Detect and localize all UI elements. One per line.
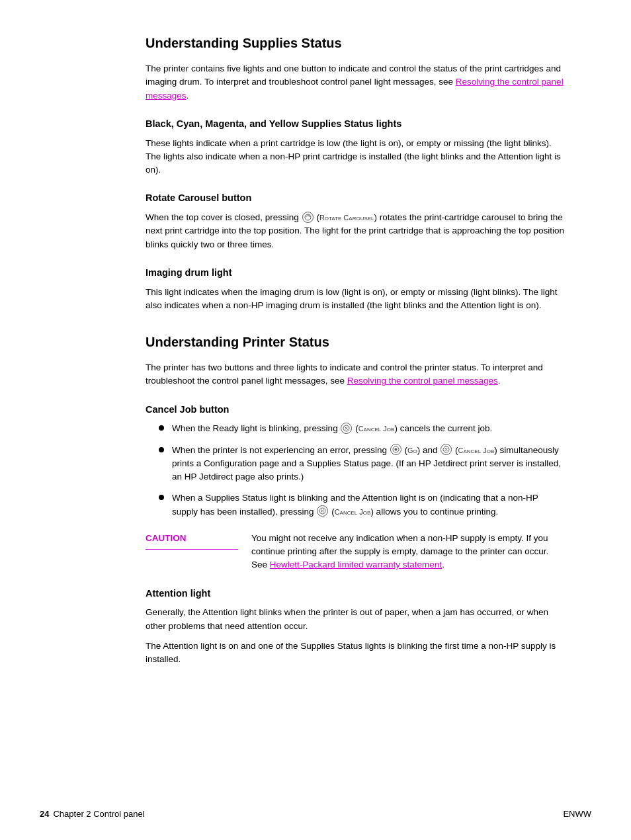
black-cyan-body: These lights indicate when a print cartr… (146, 137, 565, 177)
rotate-body: When the top cover is closed, pressing (… (146, 211, 565, 251)
sub-title-attention: Attention light (146, 587, 565, 601)
footer: 24 Chapter 2 Control panel ENWW (40, 808, 591, 821)
go-icon (390, 444, 401, 455)
sub-title-cancel-job: Cancel Job button (146, 403, 565, 417)
cancel-label-1: Cancel Job (358, 425, 395, 433)
bullet-dot-3 (159, 495, 164, 500)
caution-block: CAUTION You might not receive any indica… (146, 532, 565, 572)
footer-chapter: Chapter 2 Control panel (53, 808, 144, 821)
bullet-item-1: When the Ready light is blinking, pressi… (159, 422, 565, 435)
caution-divider (146, 549, 238, 550)
resolving-link-2[interactable]: Resolving the control panel messages (347, 376, 498, 386)
caution-left-panel: CAUTION (146, 532, 251, 550)
section1: Understanding Supplies Status The printe… (146, 33, 565, 312)
attention-para2: The Attention light is on and one of the… (146, 640, 565, 667)
bullet-item-2: When the printer is not experiencing an … (159, 444, 565, 484)
sub-title-black-cyan: Black, Cyan, Magenta, and Yellow Supplie… (146, 117, 565, 132)
bullet-text-3: When a Supplies Status light is blinking… (172, 491, 565, 519)
go-label: Go (407, 446, 417, 454)
cancel-job-bullets: When the Ready light is blinking, pressi… (159, 422, 565, 519)
rotate-carousel-label: Rotate Carousel (319, 214, 374, 222)
bullet-dot-1 (159, 425, 164, 431)
footer-left: 24 Chapter 2 Control panel (40, 808, 145, 821)
sub-title-rotate: Rotate Carousel button (146, 191, 565, 206)
sub-title-imaging: Imaging drum light (146, 266, 565, 280)
caution-text: You might not receive any indication whe… (251, 532, 565, 572)
section2: Understanding Printer Status The printer… (146, 332, 565, 666)
bullet-text-1: When the Ready light is blinking, pressi… (172, 422, 565, 435)
warranty-link[interactable]: Hewlett-Packard limited warranty stateme… (270, 560, 442, 569)
bullet-item-3: When a Supplies Status light is blinking… (159, 491, 565, 519)
footer-page-number: 24 (40, 808, 49, 821)
bullet-dot-2 (159, 447, 164, 452)
footer-right: ENWW (563, 808, 591, 821)
cancel-icon-1 (341, 423, 352, 434)
section1-intro: The printer contains five lights and one… (146, 62, 565, 103)
cancel-icon-2 (441, 444, 452, 455)
page: Understanding Supplies Status The printe… (0, 0, 631, 840)
section2-intro: The printer has two buttons and three li… (146, 361, 565, 388)
section1-title: Understanding Supplies Status (146, 33, 565, 53)
cancel-label-2: Cancel Job (458, 446, 495, 454)
section2-title: Understanding Printer Status (146, 332, 565, 352)
cancel-icon-3 (317, 505, 328, 517)
caution-label: CAUTION (146, 532, 238, 545)
imaging-body: This light indicates when the imaging dr… (146, 286, 565, 313)
bullet-text-2: When the printer is not experiencing an … (172, 444, 565, 484)
cancel-label-3: Cancel Job (335, 508, 371, 516)
rotate-carousel-icon (302, 212, 314, 223)
attention-para1: Generally, the Attention light blinks wh… (146, 606, 565, 633)
svg-point-5 (394, 448, 397, 451)
svg-point-0 (305, 214, 311, 220)
